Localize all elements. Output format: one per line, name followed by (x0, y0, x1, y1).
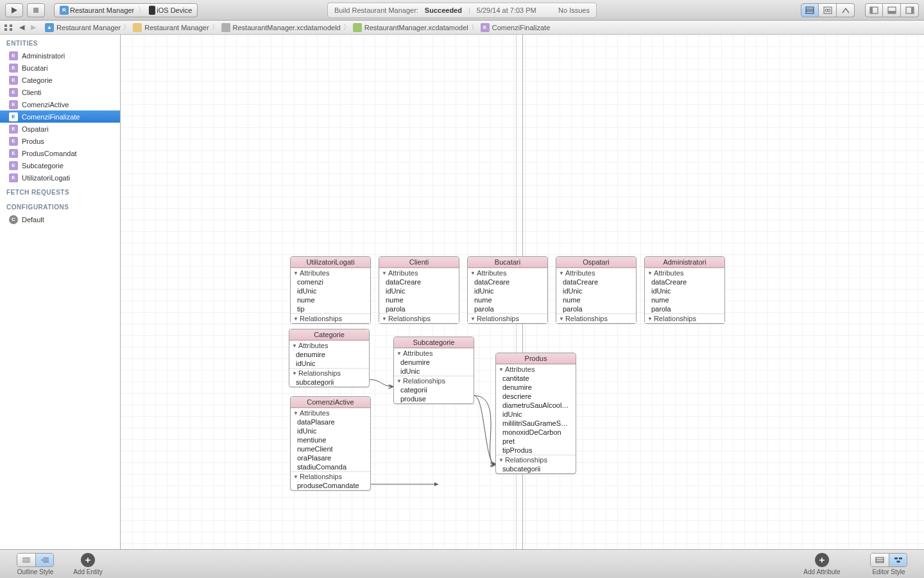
attribute-row[interactable]: nume (379, 295, 459, 304)
add-entity-button[interactable]: + (81, 553, 95, 567)
right-panel-toggle[interactable] (901, 3, 919, 17)
attribute-row[interactable]: idUnic (645, 286, 724, 295)
attribute-row[interactable]: descriere (496, 392, 576, 401)
relationships-section-header[interactable]: ▼Relationships (468, 313, 547, 323)
attribute-row[interactable]: dataCreare (645, 277, 724, 286)
attribute-row[interactable]: diametruSauAlcoolSa... (496, 401, 576, 410)
scheme-selector[interactable]: R Restaurant Manager 〉 iOS Device (54, 3, 198, 17)
sidebar-entity-item[interactable]: EClienti (0, 86, 120, 98)
outline-style-list-button[interactable] (17, 554, 35, 566)
relationship-row[interactable]: subcategorii (289, 378, 369, 387)
attribute-row[interactable]: nume (468, 295, 547, 304)
attributes-section-header[interactable]: ▼Attributes (379, 268, 459, 277)
standard-editor-button[interactable] (801, 3, 819, 17)
attribute-row[interactable]: monoxidDeCarbon (496, 428, 576, 437)
attribute-row[interactable]: comenzi (291, 277, 370, 286)
outline-style-hierarchical-button[interactable] (35, 554, 53, 566)
entity-box[interactable]: Categorie▼AttributesdenumireidUnic▼Relat… (289, 329, 370, 387)
relationships-section-header[interactable]: ▼Relationships (291, 313, 370, 323)
attributes-section-header[interactable]: ▼Attributes (291, 268, 370, 277)
entity-box[interactable]: ComenziActive▼AttributesdataPlasareidUni… (290, 396, 371, 491)
attribute-row[interactable]: parola (556, 304, 636, 313)
model-canvas[interactable]: UtilizatoriLogati▼AttributescomenziidUni… (121, 35, 924, 549)
entity-box[interactable]: UtilizatoriLogati▼AttributescomenziidUni… (290, 256, 371, 324)
attributes-section-header[interactable]: ▼Attributes (645, 268, 724, 277)
attribute-row[interactable]: idUnic (556, 286, 636, 295)
relationships-section-header[interactable]: ▼Relationships (379, 313, 459, 323)
attributes-section-header[interactable]: ▼Attributes (468, 268, 547, 277)
relationship-row[interactable]: categorii (394, 385, 474, 394)
attribute-row[interactable]: nume (291, 295, 370, 304)
assistant-editor-button[interactable] (819, 3, 837, 17)
attribute-row[interactable]: parola (468, 304, 547, 313)
attribute-row[interactable]: idUnic (468, 286, 547, 295)
attribute-row[interactable]: dataCreare (468, 277, 547, 286)
attribute-row[interactable]: dataCreare (379, 277, 459, 286)
sidebar-entity-item[interactable]: ECategorie (0, 74, 120, 86)
attribute-row[interactable]: tip (291, 304, 370, 313)
attribute-row[interactable]: idUnic (289, 359, 369, 368)
attribute-row[interactable]: idUnic (291, 286, 370, 295)
sidebar-config-item[interactable]: CDefault (0, 213, 120, 225)
attributes-section-header[interactable]: ▼Attributes (289, 340, 369, 350)
breadcrumb-item[interactable]: RestaurantManager.xcdatamodeld (219, 23, 343, 32)
sidebar-entity-item[interactable]: EComenziFinalizate (0, 110, 120, 123)
entity-box[interactable]: Ospatari▼AttributesdataCreareidUnicnumep… (556, 256, 637, 324)
attribute-row[interactable]: pret (496, 437, 576, 446)
attribute-row[interactable]: dataPlasare (291, 417, 370, 426)
go-forward-button[interactable]: ▶ (28, 23, 38, 31)
breadcrumb-item[interactable]: RestaurantManager.xcdatamodel (350, 23, 471, 32)
entity-box[interactable]: Produs▼Attributescantitatedenumiredescri… (495, 353, 576, 474)
attribute-row[interactable]: idUnic (394, 367, 474, 376)
add-attribute-button[interactable]: + (815, 553, 829, 567)
editor-style-table-button[interactable] (871, 554, 889, 566)
entity-box[interactable]: Subcategorie▼AttributesdenumireidUnic▼Re… (393, 337, 474, 404)
run-button[interactable] (5, 3, 23, 17)
version-editor-button[interactable] (837, 3, 855, 17)
relationship-row[interactable]: subcategorii (496, 464, 576, 473)
related-items-icon[interactable] (4, 24, 13, 31)
stop-button[interactable] (27, 3, 45, 17)
relationships-section-header[interactable]: ▼Relationships (289, 368, 369, 378)
attributes-section-header[interactable]: ▼Attributes (556, 268, 636, 277)
bottom-panel-toggle[interactable] (883, 3, 901, 17)
attribute-row[interactable]: mentiune (291, 435, 370, 444)
attribute-row[interactable]: parola (379, 304, 459, 313)
attribute-row[interactable]: tipProdus (496, 446, 576, 455)
relationships-section-header[interactable]: ▼Relationships (394, 376, 474, 385)
breadcrumb-item[interactable]: EComenziFinalizate (478, 23, 552, 32)
sidebar-entity-item[interactable]: EComenziActive (0, 98, 120, 110)
attribute-row[interactable]: idUnic (291, 426, 370, 435)
sidebar-entity-item[interactable]: EAdministratori (0, 49, 120, 62)
relationships-section-header[interactable]: ▼Relationships (291, 471, 370, 481)
attribute-row[interactable]: idUnic (379, 286, 459, 295)
editor-style-graph-button[interactable] (889, 554, 907, 566)
relationship-row[interactable]: produseComandate (291, 481, 370, 490)
attribute-row[interactable]: denumire (496, 383, 576, 392)
attribute-row[interactable]: numeClient (291, 444, 370, 453)
attribute-row[interactable]: parola (645, 304, 724, 313)
attributes-section-header[interactable]: ▼Attributes (291, 408, 370, 417)
attribute-row[interactable]: nume (645, 295, 724, 304)
relationships-section-header[interactable]: ▼Relationships (645, 313, 724, 323)
entity-box[interactable]: Administratori▼AttributesdataCreareidUni… (644, 256, 725, 324)
attributes-section-header[interactable]: ▼Attributes (496, 364, 576, 374)
left-panel-toggle[interactable] (865, 3, 883, 17)
sidebar-entity-item[interactable]: EOspatari (0, 123, 120, 135)
attribute-row[interactable]: mililitriSauGrameSau... (496, 419, 576, 428)
attribute-row[interactable]: stadiuComanda (291, 462, 370, 471)
attribute-row[interactable]: denumire (394, 358, 474, 367)
attribute-row[interactable]: dataCreare (556, 277, 636, 286)
entity-box[interactable]: Bucatari▼AttributesdataCreareidUnicnumep… (467, 256, 548, 324)
sidebar-entity-item[interactable]: EProdusComandat (0, 147, 120, 159)
relationships-section-header[interactable]: ▼Relationships (496, 455, 576, 464)
relationships-section-header[interactable]: ▼Relationships (556, 313, 636, 323)
attribute-row[interactable]: oraPlasare (291, 453, 370, 462)
sidebar-entity-item[interactable]: EBucatari (0, 62, 120, 74)
sidebar-entity-item[interactable]: EUtilizatoriLogati (0, 171, 120, 184)
attribute-row[interactable]: idUnic (496, 410, 576, 419)
relationship-row[interactable]: produse (394, 394, 474, 403)
breadcrumb-item[interactable]: ▲Restaurant Manager (42, 23, 123, 32)
sidebar-entity-item[interactable]: EProdus (0, 135, 120, 147)
breadcrumb-item[interactable]: Restaurant Manager (130, 23, 211, 32)
